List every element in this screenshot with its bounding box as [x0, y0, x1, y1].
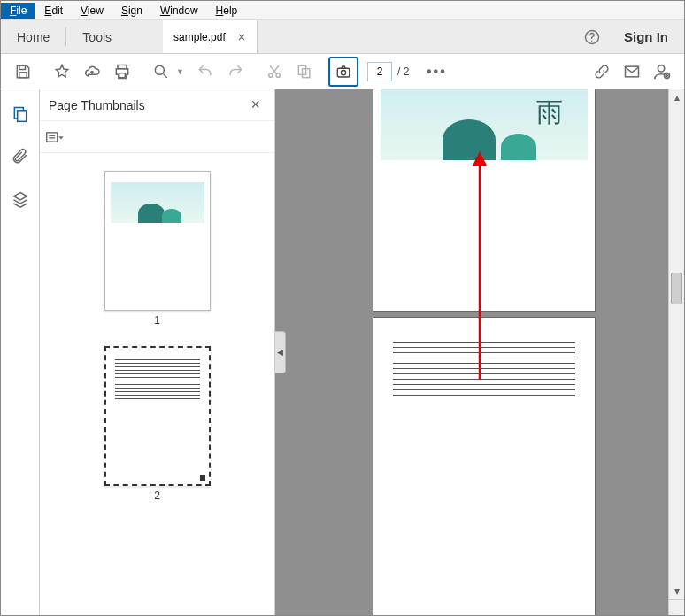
thumbnail-label: 1: [154, 314, 160, 327]
menu-bar: File Edit View Sign Window Help: [1, 1, 684, 20]
layers-rail-icon[interactable]: [8, 187, 33, 212]
redo-icon[interactable]: [220, 57, 250, 87]
svg-rect-3: [19, 72, 27, 77]
svg-rect-22: [17, 111, 26, 121]
thumbnails-rail-icon[interactable]: [8, 102, 33, 127]
toolbar: ▼ / 2 •••: [1, 54, 684, 89]
svg-rect-5: [119, 73, 126, 77]
svg-rect-14: [337, 68, 350, 77]
svg-point-17: [658, 65, 664, 71]
thumbnail-label: 2: [154, 489, 160, 502]
save-icon[interactable]: [8, 57, 38, 87]
thumbnail-options-icon[interactable]: [45, 128, 66, 146]
tab-document[interactable]: sample.pdf ×: [163, 20, 257, 53]
menu-view[interactable]: View: [72, 3, 112, 19]
help-icon[interactable]: [576, 20, 608, 53]
svg-point-9: [276, 73, 280, 77]
cut-icon[interactable]: [259, 57, 289, 87]
svg-point-15: [341, 70, 345, 74]
cloud-upload-icon[interactable]: [77, 57, 107, 87]
tab-tools[interactable]: Tools: [66, 20, 127, 53]
thumbnail-page-2[interactable]: 2: [104, 346, 211, 502]
page-number-input[interactable]: [367, 62, 392, 81]
viewer-scroll-area[interactable]: 雨: [300, 89, 668, 615]
email-icon[interactable]: [617, 57, 647, 87]
account-icon[interactable]: [647, 57, 677, 87]
tab-bar: Home Tools sample.pdf × Sign In: [1, 20, 684, 54]
svg-point-8: [269, 73, 273, 77]
thumbnail-page-1[interactable]: 1: [104, 171, 211, 327]
menu-window[interactable]: Window: [151, 3, 207, 19]
tab-document-label: sample.pdf: [173, 31, 226, 43]
scrollbar-corner: [668, 599, 684, 615]
print-icon[interactable]: [107, 57, 137, 87]
svg-rect-23: [47, 132, 58, 141]
vertical-scrollbar[interactable]: ▴ ▾: [668, 89, 684, 599]
svg-point-1: [591, 40, 592, 41]
attachments-rail-icon[interactable]: [8, 144, 33, 169]
star-icon[interactable]: [47, 57, 77, 87]
share-link-icon[interactable]: [587, 57, 617, 87]
thumbnail-list[interactable]: 1 2: [40, 153, 274, 615]
scroll-thumb[interactable]: [671, 273, 682, 304]
menu-file[interactable]: File: [1, 3, 35, 19]
svg-rect-2: [19, 65, 26, 69]
left-rail: [1, 89, 40, 615]
workspace: Page Thumbnails × 1 2 ◀ ◀: [1, 89, 684, 615]
close-tab-icon[interactable]: ×: [238, 29, 246, 44]
close-panel-icon[interactable]: ×: [245, 96, 266, 114]
document-viewer: ◀ ◀ 雨 ▴ ▾: [275, 89, 684, 615]
scroll-down-icon[interactable]: ▾: [669, 583, 684, 599]
sign-in-button[interactable]: Sign In: [608, 20, 684, 53]
tab-home[interactable]: Home: [1, 20, 65, 53]
svg-point-6: [155, 65, 164, 74]
menu-sign[interactable]: Sign: [112, 3, 151, 19]
scroll-up-icon[interactable]: ▴: [669, 89, 684, 105]
artwork-text: 雨: [536, 95, 563, 131]
document-page-1[interactable]: 雨: [373, 89, 595, 311]
copy-icon[interactable]: [289, 57, 319, 87]
collapse-left-panel-icon[interactable]: ◀: [275, 331, 286, 373]
thumbnails-panel: Page Thumbnails × 1 2: [40, 89, 275, 615]
menu-edit[interactable]: Edit: [35, 3, 72, 19]
camera-snapshot-icon[interactable]: [328, 57, 358, 87]
more-tools-icon[interactable]: •••: [421, 57, 451, 87]
page-total-label: / 2: [392, 65, 412, 78]
document-page-2[interactable]: [373, 318, 595, 615]
thumbnails-title: Page Thumbnails: [49, 98, 245, 112]
menu-help[interactable]: Help: [207, 3, 247, 19]
zoom-icon[interactable]: [146, 57, 176, 87]
undo-icon[interactable]: [190, 57, 220, 87]
svg-line-7: [164, 73, 167, 77]
